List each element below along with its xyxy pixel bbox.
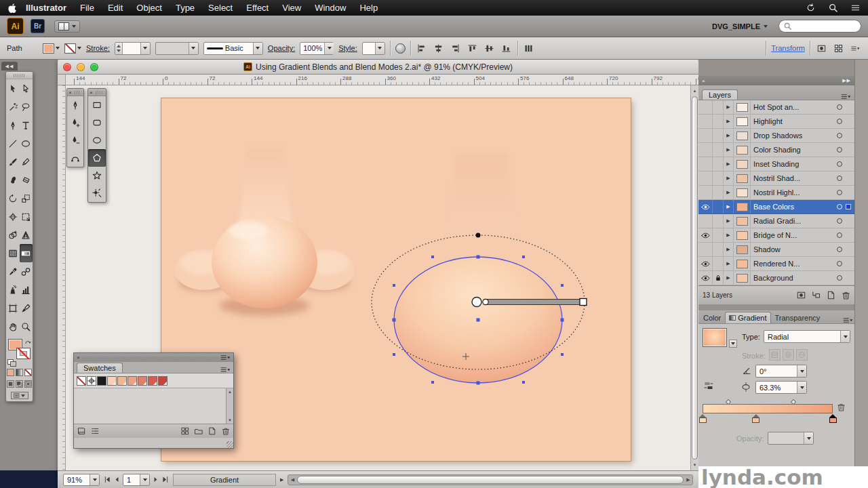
- collapse-panels-icon[interactable]: ▶▶: [842, 78, 851, 83]
- pen-tool[interactable]: [6, 116, 20, 134]
- ellipse-tool[interactable]: [20, 134, 33, 152]
- artboard-tool[interactable]: [6, 299, 20, 317]
- transform-link[interactable]: Transform: [771, 44, 805, 52]
- new-layer-icon[interactable]: [827, 291, 835, 300]
- lock-toggle[interactable]: [713, 257, 724, 270]
- target-circle[interactable]: [833, 115, 846, 128]
- gradient-button[interactable]: [16, 369, 23, 376]
- convert-anchor-tool[interactable]: [67, 149, 83, 167]
- gradient-slider[interactable]: [703, 404, 833, 413]
- brush-combo[interactable]: Basic: [203, 42, 263, 55]
- menu-effect[interactable]: Effect: [239, 3, 275, 13]
- style-link[interactable]: Style:: [338, 44, 357, 52]
- swap-fill-stroke-icon[interactable]: [24, 338, 31, 345]
- free-transform-tool[interactable]: [20, 207, 33, 226]
- menu-window[interactable]: Window: [308, 3, 353, 13]
- layer-row-background[interactable]: ▶Background: [698, 271, 854, 285]
- menu-select[interactable]: Select: [201, 3, 239, 13]
- layer-name[interactable]: Background: [751, 271, 833, 285]
- lock-toggle[interactable]: [713, 143, 724, 157]
- swatch-libraries-icon[interactable]: [77, 427, 85, 435]
- scale-tool[interactable]: [20, 189, 33, 207]
- gradient-stop[interactable]: [752, 414, 760, 424]
- layers-flyout-icon[interactable]: [841, 94, 851, 100]
- gradient-along-stroke-icon[interactable]: [783, 349, 794, 361]
- delete-swatch-icon[interactable]: [222, 427, 230, 435]
- layer-row-rendered-n[interactable]: ▶Rendered N...: [698, 257, 854, 271]
- pen-tool[interactable]: [67, 96, 83, 114]
- slice-tool[interactable]: [20, 299, 33, 317]
- aspect-ratio-combo[interactable]: 63.3%: [755, 381, 807, 394]
- tab-color[interactable]: Color: [700, 312, 724, 323]
- distribute-icon[interactable]: [523, 42, 535, 54]
- shape-builder-tool[interactable]: [6, 226, 20, 244]
- swatch-skin-highlight[interactable]: [107, 376, 117, 386]
- target-circle[interactable]: [833, 257, 846, 270]
- tearoff-title-bar[interactable]: ×: [88, 89, 106, 96]
- layer-row-nostril-shad[interactable]: ▶Nostril Shad...: [698, 171, 854, 186]
- align-right-icon[interactable]: [450, 42, 462, 54]
- close-icon[interactable]: ×: [68, 89, 72, 96]
- stroke-color-swatch[interactable]: [64, 43, 81, 54]
- layer-name[interactable]: Rendered N...: [751, 257, 833, 270]
- horizontal-scrollbar[interactable]: ◀▶: [288, 474, 693, 485]
- status-flyout-icon[interactable]: ▶: [280, 477, 283, 483]
- gradient-swatch-menu-icon[interactable]: [729, 340, 737, 348]
- swatch-red[interactable]: [148, 376, 157, 386]
- bridge-icon[interactable]: Br: [31, 19, 45, 33]
- layer-row-base-colors[interactable]: ▶Base Colors: [698, 200, 854, 214]
- tab-layers[interactable]: Layers: [702, 89, 738, 100]
- visibility-toggle[interactable]: [698, 200, 713, 214]
- target-circle[interactable]: [833, 228, 846, 242]
- target-circle[interactable]: [833, 157, 846, 171]
- layer-name[interactable]: Nostril Shad...: [751, 171, 833, 185]
- layer-name[interactable]: Shadow: [751, 243, 833, 256]
- draw-inside-icon[interactable]: [24, 380, 32, 388]
- lock-toggle[interactable]: [713, 243, 724, 256]
- isolate-object-icon[interactable]: [815, 42, 827, 54]
- arrange-documents-button[interactable]: [54, 20, 80, 33]
- last-artboard-button[interactable]: [161, 476, 169, 483]
- eyedropper-tool[interactable]: [6, 262, 20, 281]
- expand-arrow-icon[interactable]: ▶: [724, 100, 734, 114]
- pencil-tool[interactable]: [20, 152, 33, 171]
- swatch-deep-red[interactable]: [158, 376, 167, 386]
- layer-name[interactable]: Drop Shadows: [751, 129, 833, 142]
- sync-icon[interactable]: [806, 3, 815, 12]
- layer-name[interactable]: Inset Shading: [751, 157, 833, 171]
- menu-edit[interactable]: Edit: [101, 3, 130, 13]
- width-tool[interactable]: [6, 207, 20, 226]
- swatches-scrollbar[interactable]: ▲▼: [226, 388, 233, 424]
- scroll-left-icon[interactable]: ◀: [288, 477, 296, 483]
- zoom-tool[interactable]: [20, 317, 33, 336]
- column-graph-tool[interactable]: [20, 281, 33, 299]
- swatches-flyout-icon[interactable]: [220, 367, 231, 373]
- gradient-stop[interactable]: [829, 414, 837, 424]
- tab-transparency[interactable]: Transparency: [772, 312, 824, 323]
- gradient-swatch[interactable]: [703, 328, 727, 347]
- draw-normal-icon[interactable]: [7, 380, 14, 388]
- vertical-scroll-thumb[interactable]: [692, 96, 698, 460]
- new-sublayer-icon[interactable]: [812, 291, 821, 300]
- ruler-origin-box[interactable]: [58, 75, 66, 85]
- gradient-midpoint[interactable]: [726, 399, 731, 405]
- target-circle[interactable]: [833, 143, 846, 157]
- layer-row-inset-shading[interactable]: ▶Inset Shading: [698, 157, 854, 171]
- search-icon[interactable]: [829, 3, 837, 12]
- delete-stop-icon[interactable]: [837, 403, 846, 411]
- swatch-registration[interactable]: [87, 376, 96, 386]
- expand-arrow-icon[interactable]: ▶: [724, 271, 734, 285]
- expand-arrow-icon[interactable]: ▶: [724, 143, 734, 157]
- gradient-type-combo[interactable]: Radial: [764, 330, 850, 343]
- gradient-midpoint[interactable]: [791, 399, 796, 405]
- target-circle[interactable]: [833, 271, 846, 285]
- visibility-toggle[interactable]: [698, 186, 713, 199]
- add-anchor-tool[interactable]: [67, 114, 83, 131]
- lock-toggle[interactable]: [713, 115, 724, 128]
- layer-row-bridge-of-n[interactable]: ▶Bridge of N...: [698, 228, 854, 243]
- layer-row-nostril-highl[interactable]: ▶Nostril Highl...: [698, 186, 854, 200]
- lock-toggle[interactable]: [713, 171, 724, 185]
- layer-row-hot-spot-an[interactable]: ▶Hot Spot an...: [698, 100, 854, 115]
- tab-swatches[interactable]: Swatches: [77, 363, 123, 373]
- gradient-within-stroke-icon[interactable]: [769, 349, 781, 361]
